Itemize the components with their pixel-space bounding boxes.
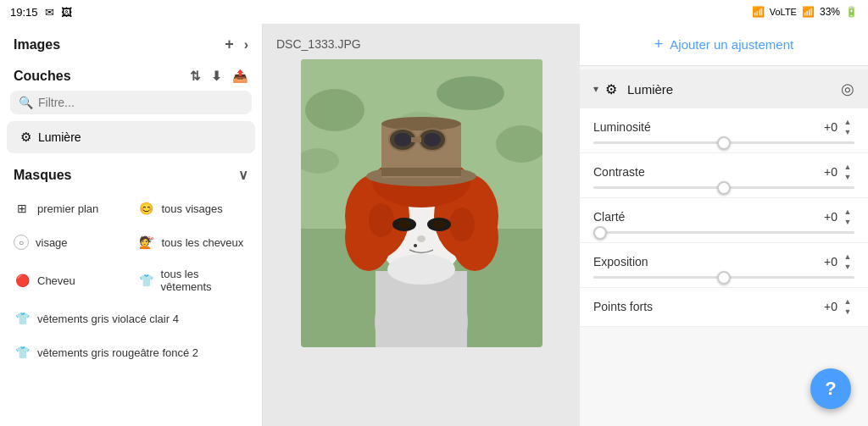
left-panel: Images + › Couches ⇅ ⬇ 📤 🔍 ⚙ Lumière [0,24,263,426]
exposition-stepper[interactable]: ▲ ▼ [841,252,854,271]
collapse-icon[interactable]: ▾ [593,83,598,95]
masques-header: Masques ∨ [0,157,262,191]
svg-point-20 [381,117,461,130]
luminosite-stepper[interactable]: ▲ ▼ [841,117,854,136]
luminosite-thumb[interactable] [717,136,731,150]
export-icon[interactable]: 📤 [232,69,248,84]
contraste-down[interactable]: ▼ [841,172,854,181]
mask-item-vetements-gris-rouge[interactable]: 👕 vêtements gris rougeâtre foncé 2 [0,335,262,369]
clarte-up[interactable]: ▲ [841,207,854,216]
exposition-down[interactable]: ▼ [841,262,854,271]
svg-rect-25 [411,137,421,142]
wifi-icon: 📶 [752,6,765,18]
lumiere-adjustment-header: ▾ ⚙ Lumière ◎ [580,69,868,108]
couches-label: Couches [14,69,71,84]
luminosite-row: Luminosité +0 ▲ ▼ [580,108,868,153]
svg-point-24 [424,133,441,147]
add-image-icon[interactable]: + [225,36,234,53]
clarte-thumb[interactable] [593,226,607,240]
vetements-gris-rouge-label: vêtements gris rougeâtre foncé 2 [37,346,198,359]
mask-item-visage[interactable]: ○ visage [7,225,131,259]
add-adjustment-label: Ajouter un ajustement [670,37,793,52]
visage-label: visage [36,236,68,249]
mask-item-premier-plan[interactable]: ⊞ premier plan [7,191,131,225]
luminosite-slider[interactable] [593,141,854,144]
contraste-slider[interactable] [593,186,854,189]
clarte-slider[interactable] [593,231,854,234]
svg-point-16 [369,203,394,237]
points-forts-value-group: +0 ▲ ▼ [812,296,854,316]
svg-point-2 [305,89,364,131]
vetements-gris-violace-label: vêtements gris violacé clair 4 [37,313,179,325]
battery-icon: 🔋 [845,6,858,18]
image-icon: 🖼 [61,6,72,19]
vetements-gris-rouge-icon: 👕 [14,344,31,361]
svg-point-17 [449,207,475,241]
mask-item-cheveu[interactable]: 🔴 Cheveu [7,259,131,302]
photo-container [301,59,542,347]
mask-item-tous-visages[interactable]: 😊 tous visages [131,191,256,225]
exposition-slider[interactable] [593,276,854,279]
luminosite-down[interactable]: ▼ [841,127,854,136]
svg-point-31 [417,235,426,242]
chevron-right-icon[interactable]: › [244,37,248,53]
couches-header-icons: ⇅ ⬇ 📤 [190,69,248,84]
points-forts-stepper[interactable]: ▲ ▼ [841,296,854,316]
add-adjustment-button[interactable]: + Ajouter un ajustement [580,24,868,66]
tous-visages-label: tous visages [162,202,223,215]
clarte-value: +0 [812,210,837,224]
points-forts-down[interactable]: ▼ [841,307,854,316]
masques-chevron-icon[interactable]: ∨ [238,167,248,183]
center-panel: DSC_1333.JPG [263,24,580,426]
download-icon[interactable]: ⬇ [211,69,222,84]
exposition-value-group: +0 ▲ ▼ [812,252,854,271]
cheveu-icon: 🔴 [14,272,31,289]
exposition-row-top: Exposition +0 ▲ ▼ [593,252,854,271]
search-bar[interactable]: 🔍 [10,91,252,114]
gear-icon: ⚙ [605,81,617,97]
visage-icon: ○ [14,235,29,250]
mask-item-tous-cheveux[interactable]: 💇 tous les cheveux [131,225,256,259]
add-icon: + [654,36,664,53]
photo-image [301,59,542,347]
contraste-thumb[interactable] [717,181,731,195]
vetements-gris-violace-icon: 👕 [14,310,31,327]
contraste-row: Contraste +0 ▲ ▼ [580,153,868,198]
svg-rect-26 [381,168,461,176]
help-icon: ? [825,378,836,400]
mail-icon: ✉ [45,6,54,19]
help-fab-button[interactable]: ? [810,368,851,409]
mask-item-tous-vetements[interactable]: 👕 tous les vêtements [131,259,256,302]
clarte-row: Clarté +0 ▲ ▼ [580,198,868,243]
images-section-header: Images + › [0,24,262,65]
contraste-up[interactable]: ▲ [841,162,854,171]
exposition-thumb[interactable] [717,271,731,285]
lumiere-layer-item[interactable]: ⚙ Lumière [7,121,255,153]
search-icon: 🔍 [19,96,33,109]
status-right: 📶 VoLTE 📶 33% 🔋 [752,6,858,18]
lumiere-layer-label: Lumière [38,130,81,144]
exposition-up[interactable]: ▲ [841,252,854,261]
points-forts-up[interactable]: ▲ [841,296,854,306]
exposition-value: +0 [812,255,837,268]
main-layout: Images + › Couches ⇅ ⬇ 📤 🔍 ⚙ Lumière [0,24,868,426]
clarte-value-group: +0 ▲ ▼ [812,207,854,226]
target-icon[interactable]: ◎ [841,80,854,98]
premier-plan-icon: ⊞ [14,200,31,217]
luminosite-up[interactable]: ▲ [841,117,854,126]
sort-icon[interactable]: ⇅ [190,69,201,84]
svg-point-29 [398,220,411,229]
contraste-stepper[interactable]: ▲ ▼ [841,162,854,181]
exposition-row: Exposition +0 ▲ ▼ [580,243,868,288]
clarte-down[interactable]: ▼ [841,217,854,226]
right-panel: + Ajouter un ajustement ▾ ⚙ Lumière ◎ Lu… [580,24,868,426]
svg-point-33 [414,244,417,247]
svg-point-32 [387,254,455,285]
tous-visages-icon: 😊 [138,200,155,217]
mask-item-vetements-gris-violace[interactable]: 👕 vêtements gris violacé clair 4 [0,302,262,335]
clarte-label: Clarté [593,210,625,224]
filter-input[interactable] [38,96,243,109]
battery-display: 33% [820,6,840,18]
clarte-stepper[interactable]: ▲ ▼ [841,207,854,226]
contraste-row-top: Contraste +0 ▲ ▼ [593,162,854,181]
